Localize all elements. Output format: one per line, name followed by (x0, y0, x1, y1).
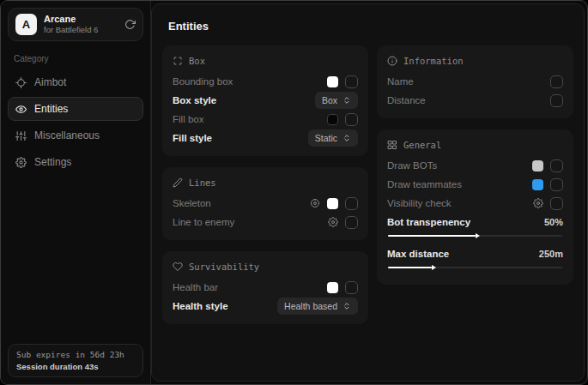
sidebar-item-settings[interactable]: Settings (8, 150, 143, 174)
setting-label: Bounding box (173, 76, 233, 87)
setting-label: Health style (173, 301, 228, 311)
draw-teammates-color-swatch[interactable] (532, 179, 543, 190)
page-title: Entities (168, 20, 573, 33)
main-panel: Entities Box Bounding box (151, 3, 585, 382)
app-window: A Arcane for Battlefield 6 Category Aimb… (0, 0, 588, 385)
row-distance: Distance (387, 91, 563, 110)
box-card-header: Box (173, 56, 358, 66)
general-card-header: General (387, 140, 563, 150)
general-card: General Draw BOTs Draw teammates (377, 129, 573, 285)
draw-bots-color-swatch[interactable] (532, 160, 543, 171)
sidebar-item-label: Settings (34, 156, 71, 168)
card-title: Information (403, 56, 464, 66)
bounding-box-color-swatch[interactable] (327, 76, 338, 87)
survivability-card-header: Survivability (173, 262, 358, 272)
skeleton-checkbox[interactable] (345, 197, 358, 210)
setting-label: Visibility check (387, 198, 452, 208)
health-bar-checkbox[interactable] (345, 281, 358, 294)
max-distance-value: 250m (539, 249, 563, 259)
row-fill-box: Fill box (173, 110, 358, 129)
box-corners-icon (173, 56, 183, 66)
chevrons-up-down-icon (342, 96, 351, 105)
setting-label: Fill box (173, 114, 203, 124)
sidebar: A Arcane for Battlefield 6 Category Aimb… (1, 1, 151, 384)
row-box-style: Box style Box (173, 91, 358, 110)
category-label: Category (14, 54, 143, 63)
setting-label: Health bar (173, 282, 218, 292)
information-card: Information Name Distance (377, 45, 573, 118)
row-fill-style: Fill style Static (173, 129, 358, 147)
skeleton-color-swatch[interactable] (327, 198, 338, 209)
dropdown-value: Health based (284, 301, 337, 311)
health-bar-color-swatch[interactable] (327, 282, 338, 293)
pencil-icon (173, 177, 183, 188)
app-subtitle: for Battlefield 6 (44, 25, 98, 34)
grid-icon (387, 140, 397, 150)
sliders-icon (15, 130, 27, 141)
dropdown-value: Box (322, 95, 337, 105)
setting-label: Bot transpenency (387, 217, 470, 227)
draw-bots-checkbox[interactable] (550, 159, 563, 172)
setting-label: Line to enemy (173, 217, 234, 227)
refresh-icon[interactable] (124, 19, 136, 30)
chevrons-up-down-icon (342, 302, 351, 310)
fill-box-color-swatch[interactable] (327, 114, 338, 125)
sidebar-item-label: Entities (34, 103, 68, 115)
heart-icon (173, 262, 183, 272)
visibility-check-checkbox[interactable] (550, 197, 563, 210)
card-title: Survivability (189, 262, 259, 272)
fill-box-checkbox[interactable] (345, 113, 358, 126)
gear-icon (15, 157, 27, 168)
line-to-enemy-checkbox[interactable] (345, 216, 358, 229)
row-bounding-box: Bounding box (173, 72, 358, 91)
box-style-dropdown[interactable]: Box (315, 92, 358, 109)
health-style-dropdown[interactable]: Health based (277, 298, 358, 315)
box-card: Box Bounding box Box style Box (162, 45, 368, 156)
line-to-enemy-settings-gear-icon[interactable] (328, 217, 338, 227)
sidebar-item-aimbot[interactable]: Aimbot (8, 70, 143, 94)
row-health-bar: Health bar (173, 278, 358, 297)
row-line-to-enemy: Line to enemy (173, 213, 358, 232)
crosshair-icon (15, 77, 27, 88)
bot-transparency-slider[interactable] (388, 232, 562, 240)
setting-label: Draw BOTs (387, 160, 437, 171)
sidebar-item-label: Miscellaneous (34, 129, 100, 141)
lines-card-header: Lines (173, 177, 358, 188)
sidebar-item-miscellaneous[interactable]: Miscellaneous (8, 123, 143, 147)
app-header-card: A Arcane for Battlefield 6 (8, 8, 143, 41)
row-visibility-check: Visibility check (387, 194, 563, 213)
information-card-header: Information (387, 56, 563, 66)
name-checkbox[interactable] (550, 75, 563, 88)
card-title: Lines (189, 177, 216, 188)
lines-card: Lines Skeleton Line to enem (162, 167, 368, 240)
fill-style-dropdown[interactable]: Static (308, 129, 358, 147)
visibility-check-settings-gear-icon[interactable] (533, 198, 543, 208)
sidebar-item-entities[interactable]: Entities (8, 97, 143, 121)
row-name: Name (387, 72, 563, 91)
setting-label: Draw teammates (387, 179, 462, 189)
slider-fill (388, 235, 476, 237)
sidebar-item-label: Aimbot (34, 76, 66, 88)
card-title: General (403, 140, 441, 150)
row-draw-teammates: Draw teammates (387, 175, 563, 194)
eye-icon (15, 104, 27, 115)
skeleton-settings-gear-icon[interactable] (310, 198, 320, 208)
app-logo: A (15, 14, 37, 35)
row-skeleton: Skeleton (173, 194, 358, 213)
distance-checkbox[interactable] (550, 94, 563, 107)
row-health-style: Health style Health based (173, 297, 358, 316)
max-distance-slider[interactable] (388, 264, 562, 272)
setting-label: Distance (387, 95, 426, 105)
draw-teammates-checkbox[interactable] (550, 178, 563, 191)
session-duration: Session duration 43s (16, 362, 135, 371)
dropdown-value: Static (315, 133, 337, 143)
bounding-box-checkbox[interactable] (345, 75, 358, 88)
setting-label: Skeleton (173, 198, 211, 208)
row-bot-transparency: Bot transpenency 50% (387, 213, 563, 232)
row-max-distance: Max distance 250m (387, 244, 563, 263)
bot-transparency-value: 50% (544, 217, 563, 227)
setting-label: Max distance (387, 249, 449, 259)
survivability-card: Survivability Health bar Health style (162, 251, 368, 324)
subscription-card: Sub expires in 56d 23h Session duration … (8, 344, 143, 377)
card-title: Box (189, 56, 205, 66)
